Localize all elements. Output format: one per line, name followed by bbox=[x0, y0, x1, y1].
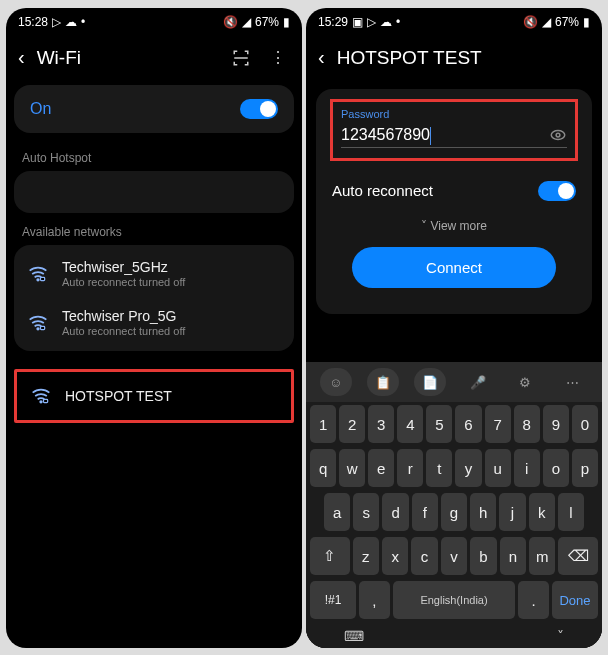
kb-clipboard-icon[interactable]: 📋 bbox=[367, 368, 399, 396]
key[interactable]: t bbox=[426, 449, 452, 487]
svg-rect-1 bbox=[41, 277, 45, 280]
key[interactable]: 0 bbox=[572, 405, 598, 443]
connect-button[interactable]: Connect bbox=[352, 247, 556, 288]
auto-reconnect-row[interactable]: Auto reconnect bbox=[330, 173, 578, 209]
key-space[interactable]: English(India) bbox=[393, 581, 516, 619]
battery-icon: ▮ bbox=[283, 15, 290, 29]
kb-emoji-icon[interactable]: ☺ bbox=[320, 368, 352, 396]
network-list: Techwiser_5GHz Auto reconnect turned off… bbox=[14, 245, 294, 351]
network-name: HOTSPOT TEST bbox=[65, 388, 277, 404]
key[interactable]: 4 bbox=[397, 405, 423, 443]
key[interactable]: 3 bbox=[368, 405, 394, 443]
key[interactable]: q bbox=[310, 449, 336, 487]
key[interactable]: m bbox=[529, 537, 555, 575]
network-item[interactable]: Techwiser_5GHz Auto reconnect turned off bbox=[14, 249, 294, 298]
key-done[interactable]: Done bbox=[552, 581, 598, 619]
auto-hotspot-label: Auto Hotspot bbox=[6, 139, 302, 171]
keyboard-row-4: !#1 , English(India) . Done bbox=[306, 578, 602, 622]
key[interactable]: 2 bbox=[339, 405, 365, 443]
network-item[interactable]: Techwiser Pro_5G Auto reconnect turned o… bbox=[14, 298, 294, 347]
qr-scan-icon[interactable] bbox=[228, 49, 254, 67]
mute-icon: 🔇 bbox=[223, 15, 238, 29]
key[interactable]: h bbox=[470, 493, 496, 531]
key[interactable]: u bbox=[485, 449, 511, 487]
key[interactable]: c bbox=[411, 537, 437, 575]
network-item[interactable]: HOTSPOT TEST bbox=[17, 372, 291, 420]
network-name: Techwiser_5GHz bbox=[62, 259, 280, 275]
highlighted-network: HOTSPOT TEST bbox=[14, 369, 294, 423]
key[interactable]: n bbox=[500, 537, 526, 575]
back-icon[interactable]: ‹ bbox=[318, 46, 325, 69]
key[interactable]: e bbox=[368, 449, 394, 487]
wifi-toggle-row[interactable]: On bbox=[14, 85, 294, 133]
nav-keyboard-icon[interactable]: ⌨ bbox=[344, 628, 364, 644]
header: ‹ Wi-Fi ⋮ bbox=[6, 36, 302, 79]
kb-text-icon[interactable]: 📄 bbox=[414, 368, 446, 396]
key[interactable]: 5 bbox=[426, 405, 452, 443]
key[interactable]: 6 bbox=[455, 405, 481, 443]
status-bar: 15:29 ▣ ▷ ☁ • 🔇 ◢ 67% ▮ bbox=[306, 8, 602, 36]
kb-settings-icon[interactable]: ⚙ bbox=[509, 368, 541, 396]
key[interactable]: i bbox=[514, 449, 540, 487]
key[interactable]: r bbox=[397, 449, 423, 487]
key[interactable]: a bbox=[324, 493, 350, 531]
auto-hotspot-card[interactable] bbox=[14, 171, 294, 213]
status-icon: • bbox=[396, 15, 400, 29]
battery-text: 67% bbox=[255, 15, 279, 29]
key[interactable]: v bbox=[441, 537, 467, 575]
kb-mic-icon[interactable]: 🎤 bbox=[462, 368, 494, 396]
auto-reconnect-label: Auto reconnect bbox=[332, 182, 433, 199]
keyboard-toolbar: ☺ 📋 📄 🎤 ⚙ ⋯ bbox=[306, 362, 602, 402]
eye-icon[interactable] bbox=[549, 126, 567, 144]
key[interactable]: p bbox=[572, 449, 598, 487]
view-more-button[interactable]: ˅ View more bbox=[330, 209, 578, 243]
password-highlight: Password 1234567890 bbox=[330, 99, 578, 161]
status-time: 15:28 bbox=[18, 15, 48, 29]
phone-right: 15:29 ▣ ▷ ☁ • 🔇 ◢ 67% ▮ ‹ HOTSPOT TEST P… bbox=[306, 8, 602, 648]
back-icon[interactable]: ‹ bbox=[18, 46, 25, 69]
key[interactable]: z bbox=[353, 537, 379, 575]
more-icon[interactable]: ⋮ bbox=[266, 48, 290, 67]
network-subtitle: Auto reconnect turned off bbox=[62, 325, 280, 337]
battery-icon: ▮ bbox=[583, 15, 590, 29]
key-comma[interactable]: , bbox=[359, 581, 390, 619]
signal-icon: ◢ bbox=[542, 15, 551, 29]
key[interactable]: w bbox=[339, 449, 365, 487]
key[interactable]: y bbox=[455, 449, 481, 487]
key[interactable]: j bbox=[499, 493, 525, 531]
key[interactable]: g bbox=[441, 493, 467, 531]
status-icon: ▷ bbox=[367, 15, 376, 29]
status-icon: ☁ bbox=[380, 15, 392, 29]
kb-more-icon[interactable]: ⋯ bbox=[556, 368, 588, 396]
wifi-switch[interactable] bbox=[240, 99, 278, 119]
svg-point-7 bbox=[556, 134, 560, 138]
key[interactable]: 7 bbox=[485, 405, 511, 443]
svg-point-6 bbox=[551, 131, 565, 140]
key[interactable]: b bbox=[470, 537, 496, 575]
key[interactable]: f bbox=[412, 493, 438, 531]
page-title: HOTSPOT TEST bbox=[337, 47, 590, 69]
key[interactable]: d bbox=[382, 493, 408, 531]
status-icon: ☁ bbox=[65, 15, 77, 29]
auto-reconnect-switch[interactable] bbox=[538, 181, 576, 201]
wifi-lock-icon bbox=[28, 264, 48, 284]
key[interactable]: k bbox=[529, 493, 555, 531]
key-backspace[interactable]: ⌫ bbox=[558, 537, 598, 575]
keyboard-row-2: a s d f g h j k l bbox=[306, 490, 602, 534]
status-bar: 15:28 ▷ ☁ • 🔇 ◢ 67% ▮ bbox=[6, 8, 302, 36]
nav-down-icon[interactable]: ˅ bbox=[557, 628, 564, 644]
key[interactable]: s bbox=[353, 493, 379, 531]
svg-rect-3 bbox=[41, 326, 45, 329]
key-symbols[interactable]: !#1 bbox=[310, 581, 356, 619]
key-period[interactable]: . bbox=[518, 581, 549, 619]
key[interactable]: 9 bbox=[543, 405, 569, 443]
key[interactable]: 1 bbox=[310, 405, 336, 443]
password-input[interactable]: 1234567890 bbox=[341, 126, 549, 145]
key-shift[interactable]: ⇧ bbox=[310, 537, 350, 575]
battery-text: 67% bbox=[555, 15, 579, 29]
key[interactable]: l bbox=[558, 493, 584, 531]
key[interactable]: 8 bbox=[514, 405, 540, 443]
available-networks-label: Available networks bbox=[6, 213, 302, 245]
key[interactable]: o bbox=[543, 449, 569, 487]
key[interactable]: x bbox=[382, 537, 408, 575]
